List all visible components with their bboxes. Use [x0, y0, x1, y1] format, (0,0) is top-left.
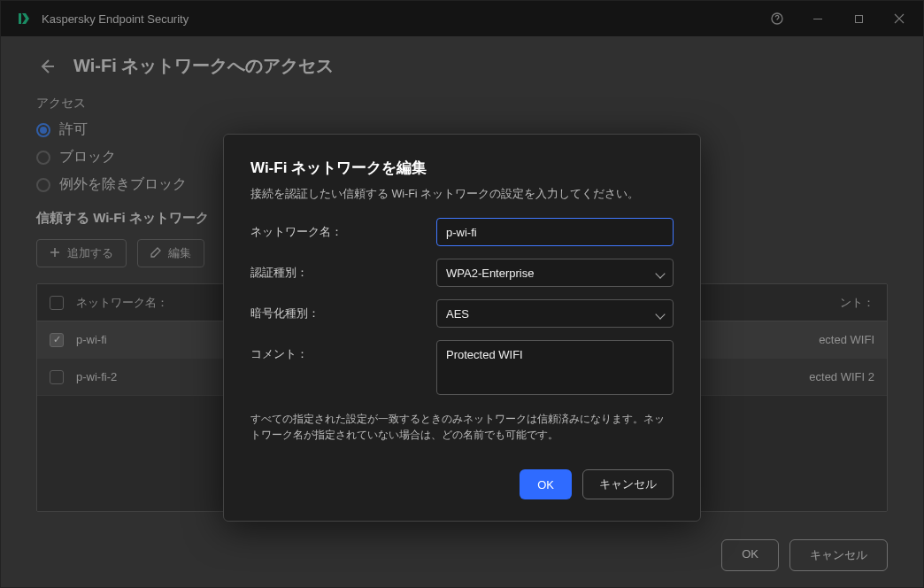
- form-row-cipher: 暗号化種別： AES: [250, 299, 674, 328]
- auth-type-label: 認証種別：: [250, 259, 436, 281]
- modal-description: 接続を認証したい信頼する Wi-Fi ネットワークの設定を入力してください。: [250, 187, 674, 202]
- cipher-type-select[interactable]: AES: [436, 299, 674, 328]
- chevron-down-icon: [657, 267, 664, 280]
- form-row-auth: 認証種別： WPA2-Enterprise: [250, 259, 674, 287]
- edit-network-modal: Wi-Fi ネットワークを編集 接続を認証したい信頼する Wi-Fi ネットワー…: [223, 134, 701, 522]
- network-name-input[interactable]: [436, 218, 674, 246]
- modal-cancel-button[interactable]: キャンセル: [582, 469, 674, 499]
- form-row-network-name: ネットワーク名：: [250, 218, 674, 246]
- cipher-type-label: 暗号化種別：: [250, 299, 436, 321]
- form-row-comment: コメント：: [250, 340, 674, 398]
- chevron-down-icon: [657, 307, 664, 321]
- modal-ok-button[interactable]: OK: [520, 469, 572, 499]
- modal-footer: OK キャンセル: [250, 469, 674, 499]
- modal-title: Wi-Fi ネットワークを編集: [250, 158, 674, 178]
- network-name-label: ネットワーク名：: [250, 218, 436, 240]
- modal-note: すべての指定された設定が一致するときのみネットワークは信頼済みになります。ネット…: [250, 411, 674, 443]
- app-window: Kaspersky Endpoint Security Wi-Fi ネットワーク…: [0, 0, 924, 588]
- cipher-type-value: AES: [446, 307, 469, 321]
- comment-textarea[interactable]: [436, 340, 674, 395]
- comment-label: コメント：: [250, 340, 436, 362]
- auth-type-value: WPA2-Enterprise: [446, 267, 534, 280]
- auth-type-select[interactable]: WPA2-Enterprise: [436, 259, 674, 287]
